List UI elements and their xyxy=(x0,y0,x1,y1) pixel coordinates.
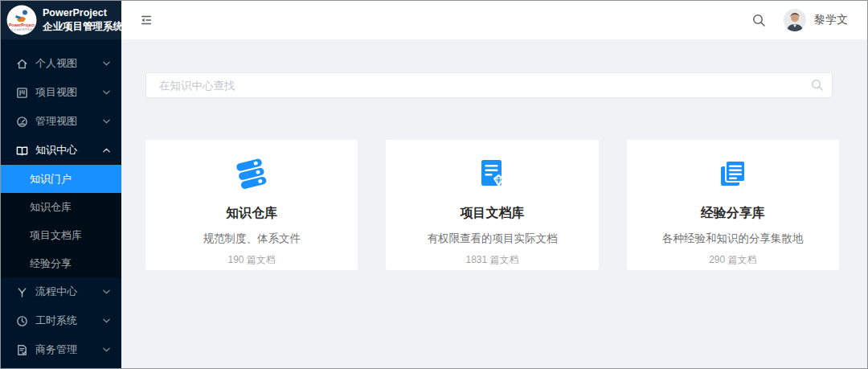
main-content: 知识仓库 规范制度、体系文件 190 篇文档 xyxy=(121,39,867,368)
sidebar-item-management-view[interactable]: 管理视图 xyxy=(1,107,121,136)
app-title: PowerProject 企业项目管理系统 xyxy=(43,6,123,34)
sidebar-item-label: 个人视图 xyxy=(35,56,103,71)
books-icon xyxy=(233,157,270,192)
sidebar-item-business-management[interactable]: 商务管理 xyxy=(1,335,121,364)
card-icon-wrap xyxy=(627,158,839,191)
svg-text:企业项目管理系统: 企业项目管理系统 xyxy=(10,27,33,31)
card-icon-wrap xyxy=(386,158,598,191)
sidebar-item-label: 流程中心 xyxy=(35,285,103,299)
app-window: PowerProject 企业项目管理系统 PowerProject 企业项目管… xyxy=(0,0,868,369)
card-knowledge-repository[interactable]: 知识仓库 规范制度、体系文件 190 篇文档 xyxy=(145,140,358,270)
sidebar-subitem-label: 项目文档库 xyxy=(30,228,82,243)
card-title: 知识仓库 xyxy=(145,205,358,222)
sidebar-subitem-knowledge-portal[interactable]: 知识门户 xyxy=(1,165,121,193)
sidebar: PowerProject 企业项目管理系统 PowerProject 企业项目管… xyxy=(1,1,121,368)
sidebar-item-label: 商务管理 xyxy=(35,342,103,357)
chevron-down-icon xyxy=(103,289,110,294)
card-experience-sharing-library[interactable]: 经验分享库 各种经验和知识的分享集散地 290 篇文档 xyxy=(627,140,839,270)
sidebar-item-personal-view[interactable]: 个人视图 xyxy=(1,49,121,78)
project-icon xyxy=(16,87,28,99)
chevron-down-icon xyxy=(103,61,110,66)
sidebar-item-timesheet-system[interactable]: 工时系统 xyxy=(1,306,121,335)
chevron-down-icon xyxy=(103,347,110,352)
svg-text:PowerProject: PowerProject xyxy=(9,23,35,27)
sidebar-menu: 个人视图 项目视图 管理视图 知识 xyxy=(1,39,121,364)
card-doc-count: 190 篇文档 xyxy=(145,253,358,267)
chevron-up-icon xyxy=(103,148,110,153)
card-description: 规范制度、体系文件 xyxy=(145,232,358,246)
powerproject-logo-icon: PowerProject 企业项目管理系统 xyxy=(6,5,37,35)
card-icon-wrap xyxy=(145,158,358,191)
audit-icon xyxy=(16,344,28,356)
sidebar-subitem-knowledge-repository[interactable]: 知识仓库 xyxy=(1,193,121,221)
sidebar-subitem-label: 知识仓库 xyxy=(30,200,72,215)
card-title: 经验分享库 xyxy=(627,205,839,222)
sidebar-subitem-project-documents[interactable]: 项目文档库 xyxy=(1,221,121,249)
card-title: 项目文档库 xyxy=(386,205,598,222)
chevron-down-icon xyxy=(103,318,110,323)
dashboard-icon xyxy=(16,116,28,128)
read-icon xyxy=(16,145,28,157)
sidebar-item-process-center[interactable]: 流程中心 xyxy=(1,277,121,306)
card-doc-count: 1831 篇文档 xyxy=(386,253,598,267)
sidebar-item-label: 管理视图 xyxy=(35,114,103,129)
sidebar-item-project-view[interactable]: 项目视图 xyxy=(1,78,121,107)
newspaper-icon xyxy=(715,158,751,191)
sidebar-subitem-label: 经验分享 xyxy=(30,256,72,271)
knowledge-search-input[interactable] xyxy=(145,72,833,98)
top-bar-right: 黎学文 xyxy=(752,9,848,31)
card-description: 有权限查看的项目实际文档 xyxy=(386,232,598,246)
knowledge-cards: 知识仓库 规范制度、体系文件 190 篇文档 xyxy=(145,140,839,270)
knowledge-search xyxy=(145,72,833,98)
branch-icon xyxy=(16,286,28,298)
avatar[interactable] xyxy=(784,9,806,31)
card-project-document-library[interactable]: 项目文档库 有权限查看的项目实际文档 1831 篇文档 xyxy=(386,140,598,270)
search-icon[interactable] xyxy=(752,14,766,27)
sidebar-subitem-label: 知识门户 xyxy=(30,172,72,187)
chevron-down-icon xyxy=(103,119,110,124)
card-doc-count: 290 篇文档 xyxy=(627,253,839,267)
user-photo xyxy=(784,9,806,31)
chevron-down-icon xyxy=(103,90,110,95)
sidebar-item-knowledge-center[interactable]: 知识中心 xyxy=(1,136,121,165)
search-icon[interactable] xyxy=(811,79,824,92)
menu-fold-icon[interactable] xyxy=(139,14,154,27)
sidebar-subitem-experience-sharing[interactable]: 经验分享 xyxy=(1,249,121,277)
app-logo-area[interactable]: PowerProject 企业项目管理系统 PowerProject 企业项目管… xyxy=(1,1,121,39)
doc-gem-icon xyxy=(475,158,509,191)
card-description: 各种经验和知识的分享集散地 xyxy=(627,232,839,246)
sidebar-item-label: 知识中心 xyxy=(35,143,103,158)
user-name[interactable]: 黎学文 xyxy=(814,13,848,27)
top-bar: 黎学文 xyxy=(121,1,867,39)
sidebar-item-label: 项目视图 xyxy=(35,85,103,100)
sidebar-item-label: 工时系统 xyxy=(35,314,103,328)
clock-icon xyxy=(16,315,28,327)
home-icon xyxy=(16,58,28,70)
knowledge-center-submenu: 知识门户 知识仓库 项目文档库 经验分享 xyxy=(1,165,121,277)
